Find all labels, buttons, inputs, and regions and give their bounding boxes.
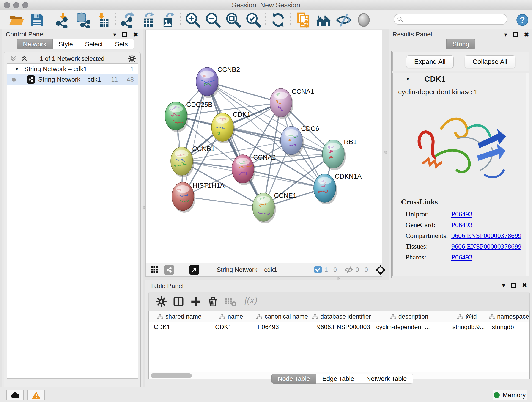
table-cell[interactable]: CDK1	[210, 322, 253, 332]
edge-CCNB2-HIST1H1A[interactable]	[183, 82, 207, 196]
cloud-status-button[interactable]	[6, 390, 24, 400]
table-cell[interactable]: stringdb:9...	[447, 322, 487, 332]
search-input[interactable]	[394, 14, 507, 25]
panel-float-icon[interactable]	[513, 32, 518, 37]
gene-card-header[interactable]: ▼ CDK1	[393, 73, 529, 85]
import-network-file-icon[interactable]	[55, 12, 70, 28]
crosslink-link[interactable]: P06493	[451, 221, 472, 229]
crosslink-row: Pharos:P06493	[405, 252, 529, 262]
column-header-description[interactable]: description	[371, 312, 447, 322]
birds-eye-view-icon[interactable]	[376, 265, 385, 274]
network-collection-row[interactable]: ▼ String Network – cdk1 1	[7, 64, 138, 74]
grid-view-icon[interactable]	[150, 266, 158, 274]
collapse-section-icon[interactable]: ▼	[405, 76, 410, 82]
string-results-box: Expand All Collapse All ▼ CDK1 cyclin-de…	[391, 51, 530, 278]
duplicate-network-icon[interactable]	[296, 12, 311, 28]
network-options-gear-icon[interactable]	[128, 54, 136, 63]
panel-float-icon[interactable]	[122, 32, 127, 37]
hide-selected-icon[interactable]	[336, 12, 351, 28]
tab-edge-table[interactable]: Edge Table	[316, 374, 360, 384]
import-table-file-icon[interactable]	[95, 12, 111, 28]
zoom-in-icon[interactable]	[185, 12, 201, 28]
crosslink-link[interactable]: P06493	[451, 253, 472, 261]
window-zoom-button[interactable]	[22, 2, 28, 8]
panel-close-icon[interactable]: ✖	[524, 32, 529, 38]
node-label-CCNA2: CCNA2	[253, 153, 276, 161]
table-row[interactable]: CDK1CDK1P064939606.ENSP00000378699cyclin…	[149, 322, 530, 332]
results-buttons-row: Expand All Collapse All	[393, 52, 529, 71]
first-neighbors-icon[interactable]	[316, 12, 331, 28]
delete-column-icon[interactable]	[207, 296, 219, 307]
crosslink-label: Tissues:	[405, 242, 451, 250]
node-label-CCNB2: CCNB2	[217, 66, 240, 73]
table-cell[interactable]: 9606.ENSP00000378699	[312, 322, 371, 332]
render-mode-icon[interactable]	[356, 12, 372, 28]
zoom-out-icon[interactable]	[205, 12, 221, 28]
column-header-namespace[interactable]: namespace	[487, 312, 530, 322]
tab-select[interactable]: Select	[79, 39, 109, 49]
results-scrollbar[interactable]	[526, 73, 530, 276]
tab-sets[interactable]: Sets	[109, 39, 134, 49]
splitter-handle[interactable]	[384, 151, 387, 154]
column-header-databaseidentifier[interactable]: database identifier	[312, 312, 371, 322]
open-session-icon[interactable]	[9, 12, 24, 28]
save-session-icon[interactable]	[29, 12, 45, 28]
crosslink-link[interactable]: P06493	[451, 210, 472, 218]
crosslink-link[interactable]: 9606.ENSP00000378699	[451, 242, 521, 250]
table-cell[interactable]: stringdb	[487, 322, 530, 332]
column-header-id[interactable]: @id	[447, 312, 487, 322]
panel-close-icon[interactable]: ✖	[522, 282, 527, 288]
splitter-handle[interactable]	[337, 277, 340, 280]
hidden-counts: 0 - 0	[355, 266, 368, 274]
tree-expand-icon[interactable]: ▼	[15, 66, 19, 72]
panel-menu-icon[interactable]: ▾	[502, 282, 505, 288]
export-table-icon[interactable]	[140, 12, 156, 28]
panel-menu-icon[interactable]: ▾	[504, 32, 507, 38]
tab-network-table[interactable]: Network Table	[360, 374, 413, 384]
import-network-database-icon[interactable]	[75, 12, 91, 28]
add-column-icon[interactable]	[190, 296, 201, 307]
memory-button[interactable]: Memory	[493, 390, 527, 400]
panel-close-icon[interactable]: ✖	[133, 32, 138, 38]
export-network-icon[interactable]	[120, 12, 135, 28]
splitter-handle[interactable]	[143, 206, 145, 209]
refresh-icon[interactable]	[270, 12, 286, 28]
node-gloss	[169, 105, 183, 112]
table-toolbar: f(x)	[148, 292, 530, 311]
column-header-name[interactable]: name	[210, 312, 253, 322]
tab-style[interactable]: Style	[53, 39, 79, 49]
tab-node-table[interactable]: Node Table	[272, 374, 316, 384]
help-icon[interactable]: ?	[516, 13, 529, 26]
split-columns-icon[interactable]	[173, 296, 184, 307]
gene-symbol: CDK1	[424, 75, 446, 83]
network-canvas[interactable]: CCNB2CCNA1CDC25BCDK1CDC6RB1CCNB1CCNA2CDK…	[146, 30, 382, 263]
window-minimize-button[interactable]	[13, 2, 19, 8]
warning-status-button[interactable]	[27, 390, 45, 400]
network-view-icon[interactable]	[164, 265, 174, 275]
hscrollbar-thumb[interactable]	[151, 373, 192, 378]
collapse-all-button[interactable]: Collapse All	[465, 56, 515, 68]
table-cell[interactable]: cyclin-dependent ...	[371, 322, 447, 332]
network-row-selected[interactable]: String Network – cdk1 11 48	[7, 74, 138, 85]
node-gloss	[326, 143, 340, 150]
column-header-canonicalname[interactable]: canonical name	[253, 312, 312, 322]
table-cell[interactable]: P06493	[253, 322, 312, 332]
table-options-gear-icon[interactable]	[156, 296, 167, 307]
export-image-icon[interactable]	[160, 12, 176, 28]
column-header-sharedname[interactable]: shared name	[149, 312, 210, 322]
tab-network[interactable]: Network	[17, 39, 53, 49]
zoom-fit-icon[interactable]	[225, 12, 241, 28]
main-toolbar: ?	[0, 10, 532, 29]
crosslink-link[interactable]: 9606.ENSP00000378699	[451, 232, 521, 240]
zoom-selected-icon[interactable]	[246, 12, 261, 28]
function-builder-icon: f(x)	[244, 294, 257, 305]
panel-menu-icon[interactable]: ▾	[113, 32, 116, 38]
selected-nodes-checkbox[interactable]	[314, 266, 322, 273]
tab-string[interactable]: String	[446, 39, 475, 49]
crosslink-row: Tissues:9606.ENSP00000378699	[405, 241, 529, 252]
window-close-button[interactable]	[4, 2, 10, 8]
open-view-window-icon[interactable]	[189, 265, 199, 275]
table-cell[interactable]: CDK1	[149, 322, 210, 332]
expand-all-button[interactable]: Expand All	[406, 56, 454, 68]
panel-float-icon[interactable]	[511, 283, 516, 288]
